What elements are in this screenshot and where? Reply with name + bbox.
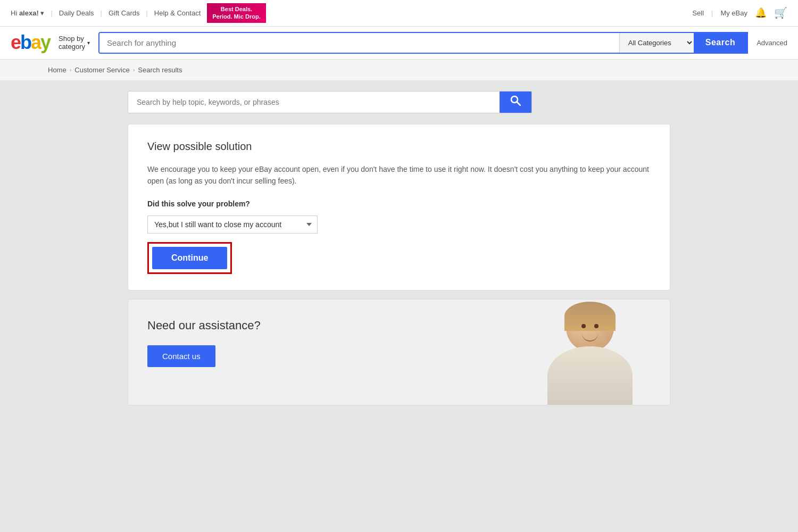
help-search-button[interactable] [500,92,531,113]
main-header: ebay Shop bycategory ▾ All Categories Se… [0,27,798,60]
solution-body: We encourage you to keep your eBay accou… [147,163,651,187]
category-select[interactable]: All Categories [619,33,694,53]
help-search-bar [128,91,532,113]
answer-select[interactable]: Yes,but I still want to close my account… [147,215,318,234]
top-navigation: Hi alexa! ▾ | Daily Deals | Gift Cards |… [0,0,798,27]
gift-cards-link[interactable]: Gift Cards [109,9,140,17]
continue-button-wrapper: Continue [147,242,232,274]
greeting: Hi alexa! ▾ [11,9,44,17]
username: alexa! [19,9,39,17]
breadcrumb-customer-service[interactable]: Customer Service [74,66,129,74]
agent-image [542,299,638,405]
help-contact-link[interactable]: Help & Contact [154,9,201,17]
ebay-logo[interactable]: ebay [11,33,50,52]
svg-line-1 [517,102,520,105]
breadcrumb-arrow-2: › [133,66,135,73]
shop-by-label: Shop bycategory [59,35,85,51]
solution-card: View possible solution We encourage you … [128,124,670,291]
ad-line1: Best Deals. [212,5,260,13]
ad-banner[interactable]: Best Deals. Period. Mic Drop. [207,3,265,23]
agent-body [547,346,633,405]
search-bar: All Categories Search [98,32,748,54]
logo-e: e [11,31,20,53]
breadcrumb: Home › Customer Service › Search results [0,60,798,80]
breadcrumb-arrow-1: › [70,66,72,73]
search-icon [510,95,521,106]
breadcrumb-current: Search results [138,66,182,74]
breadcrumb-home[interactable]: Home [48,66,66,74]
main-content: View possible solution We encourage you … [80,80,718,417]
answer-dropdown-row: Yes,but I still want to close my account… [147,215,651,234]
shop-by-category[interactable]: Shop bycategory ▾ [59,35,90,51]
search-button[interactable]: Search [694,33,747,53]
continue-button[interactable]: Continue [152,247,227,269]
advanced-search-link[interactable]: Advanced [757,39,787,47]
top-nav-right: Sell | My eBay 🔔 🛒 [692,6,787,19]
sell-link[interactable]: Sell [692,9,704,17]
daily-deals-link[interactable]: Daily Deals [59,9,94,17]
my-ebay-link[interactable]: My eBay [720,9,747,17]
ad-line2: Period. Mic Drop. [212,13,260,20]
top-nav-left: Hi alexa! ▾ | Daily Deals | Gift Cards |… [11,3,266,23]
contact-us-button[interactable]: Contact us [147,345,215,367]
help-search-input[interactable] [128,92,500,113]
chevron-down-icon: ▾ [87,40,90,46]
search-input[interactable] [99,33,619,53]
notification-bell-icon[interactable]: 🔔 [755,7,767,19]
did-solve-question: Did this solve your problem? [147,200,651,208]
cart-icon[interactable]: 🛒 [774,6,787,19]
assistance-card: Need our assistance? Contact us [128,299,670,405]
logo-a: a [31,31,40,53]
logo-b: b [20,31,31,53]
logo-y: y [40,31,50,53]
solution-title: View possible solution [147,140,651,153]
agent-hair [564,302,616,331]
